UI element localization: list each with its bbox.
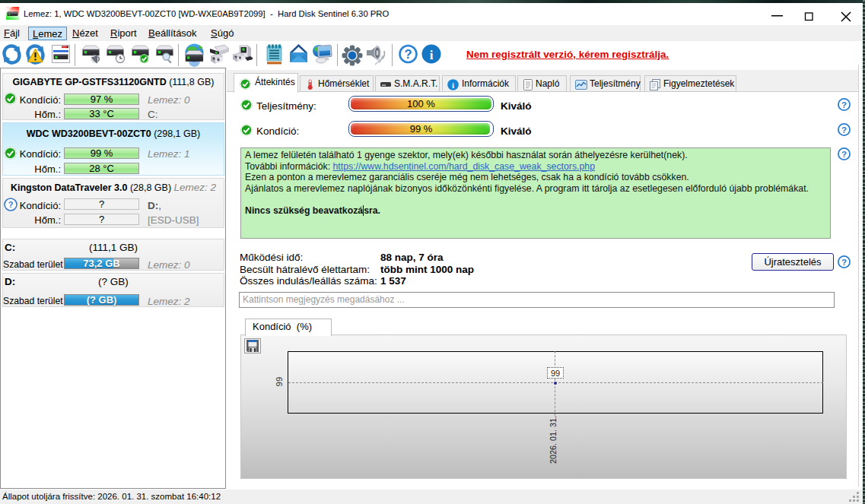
svg-text:i: i	[452, 81, 454, 90]
svg-text:?: ?	[841, 258, 847, 267]
svg-text:?: ?	[841, 150, 847, 159]
svg-text:?: ?	[841, 100, 847, 109]
svg-text:?: ?	[841, 125, 847, 135]
svg-text:i: i	[430, 48, 434, 62]
svg-text:?: ?	[404, 47, 412, 61]
